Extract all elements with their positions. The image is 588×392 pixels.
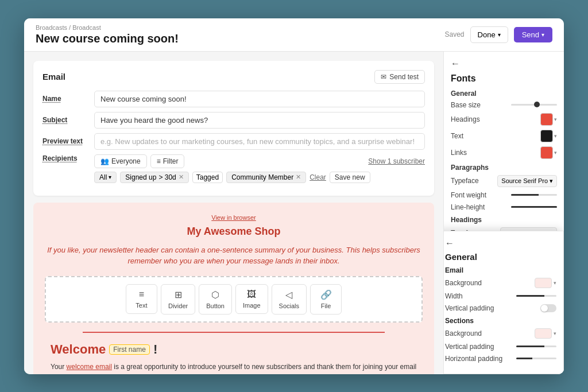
para-typeface-arrow: ▾ bbox=[550, 177, 553, 185]
para-lineheight-label: Line-height bbox=[451, 203, 485, 211]
divider-block-icon: ⊞ bbox=[175, 289, 182, 300]
gp-sections-vpadding-slider[interactable] bbox=[516, 346, 556, 347]
gp-width-label: Width bbox=[445, 292, 463, 300]
fonts-panel: ← Fonts General Base size Headings ▾ Tex… bbox=[443, 52, 564, 374]
send-button[interactable]: Send ▾ bbox=[514, 27, 552, 42]
gp-vpadding-toggle[interactable] bbox=[540, 304, 556, 312]
name-input[interactable] bbox=[94, 91, 425, 107]
send-chevron-icon: ▾ bbox=[541, 32, 544, 38]
block-socials[interactable]: ◁ Socials bbox=[272, 284, 307, 315]
all-chevron-icon: ▾ bbox=[109, 174, 111, 180]
headings-color-arrow: ▾ bbox=[554, 117, 557, 122]
gp-sections-bg-swatch[interactable] bbox=[535, 328, 552, 339]
everyone-icon: 👥 bbox=[100, 157, 109, 165]
gp-bg-arrow: ▾ bbox=[554, 280, 556, 286]
gp-background-control[interactable]: ▾ bbox=[535, 278, 556, 288]
welcome-email-link[interactable]: welcome email bbox=[67, 363, 112, 371]
signed-up-close-icon[interactable]: ✕ bbox=[179, 173, 184, 181]
preview-text-input[interactable] bbox=[94, 133, 425, 150]
headings-color-swatch[interactable] bbox=[540, 113, 553, 126]
community-close-icon[interactable]: ✕ bbox=[296, 173, 301, 181]
paragraphs-heading: Paragraphs bbox=[451, 164, 557, 172]
button-block-icon: ⬡ bbox=[211, 289, 219, 300]
gp-sections-bg-label: Background bbox=[445, 329, 482, 337]
general-section-heading: General bbox=[451, 90, 557, 98]
gp-width-row: Width bbox=[445, 292, 556, 300]
gp-sections-bg-control[interactable]: ▾ bbox=[535, 328, 556, 339]
links-color-arrow: ▾ bbox=[554, 150, 557, 156]
base-size-row: Base size bbox=[451, 101, 557, 109]
done-button[interactable]: Done ▾ bbox=[470, 26, 508, 43]
email-preview: View in browser My Awesome Shop If you l… bbox=[33, 203, 434, 374]
email-card-title: Email bbox=[42, 72, 65, 81]
gp-sections-vpadding-row: Vertical padding bbox=[445, 343, 556, 351]
para-typeface-row: Typeface Source Serif Pro ▾ bbox=[451, 175, 557, 187]
links-color-swatch[interactable] bbox=[540, 146, 553, 159]
block-text[interactable]: ≡ Text bbox=[126, 284, 157, 314]
gp-sections-bg-row: Background ▾ bbox=[445, 328, 556, 339]
done-chevron-icon: ▾ bbox=[498, 32, 501, 38]
gp-width-slider[interactable] bbox=[516, 295, 556, 297]
preview-divider bbox=[83, 332, 385, 333]
gp-background-swatch[interactable] bbox=[535, 278, 552, 288]
gp-vpadding-row: Vertical padding bbox=[445, 304, 556, 312]
welcome-line: Welcome First name ! bbox=[51, 342, 417, 357]
save-new-button[interactable]: Save new bbox=[330, 172, 370, 183]
header-left: Broadcasts / Broadcast New course coming… bbox=[36, 24, 179, 45]
welcome-word: Welcome bbox=[51, 342, 106, 357]
para-lineheight-slider[interactable] bbox=[511, 206, 557, 208]
tag-signed-up: Signed up > 30d ✕ bbox=[120, 172, 188, 183]
first-name-tag: First name bbox=[109, 344, 150, 355]
recipients-label: Recipients bbox=[42, 154, 88, 162]
links-color-control[interactable]: ▾ bbox=[540, 146, 557, 159]
socials-block-icon: ◁ bbox=[285, 289, 292, 300]
name-row: Name bbox=[42, 91, 425, 107]
para-fontweight-row: Font weight bbox=[451, 191, 557, 199]
text-color-arrow: ▾ bbox=[554, 133, 557, 139]
gp-background-row: Background ▾ bbox=[445, 278, 556, 288]
gp-sections-bg-arrow: ▾ bbox=[554, 331, 556, 336]
links-color-label: Links bbox=[451, 149, 467, 157]
breadcrumb: Broadcasts / Broadcast bbox=[36, 24, 179, 31]
gp-sections-hpadding-slider[interactable] bbox=[516, 358, 556, 359]
text-color-control[interactable]: ▾ bbox=[540, 130, 557, 142]
para-typeface-label: Typeface bbox=[451, 177, 479, 185]
fonts-back-button[interactable]: ← bbox=[451, 59, 460, 69]
text-color-swatch[interactable] bbox=[540, 130, 553, 142]
headings-color-control[interactable]: ▾ bbox=[540, 113, 557, 126]
para-fontweight-label: Font weight bbox=[451, 191, 486, 199]
intro-text: If you like, your newsletter header can … bbox=[45, 244, 423, 267]
block-button[interactable]: ⬡ Button bbox=[199, 284, 232, 315]
subject-input[interactable] bbox=[94, 112, 425, 129]
para-fontweight-slider[interactable] bbox=[511, 194, 557, 196]
filter-button[interactable]: ≡ Filter bbox=[150, 154, 185, 168]
clear-button[interactable]: Clear bbox=[310, 173, 326, 181]
recipients-left: 👥 Everyone ≡ Filter bbox=[94, 154, 184, 168]
saved-status: Saved bbox=[445, 30, 465, 38]
block-file[interactable]: 🔗 File bbox=[310, 284, 342, 315]
file-block-icon: 🔗 bbox=[320, 289, 332, 300]
base-size-slider[interactable] bbox=[511, 104, 557, 106]
email-card-header: Email ✉ Send test bbox=[42, 70, 425, 84]
image-block-icon: 🖼 bbox=[247, 289, 256, 300]
everyone-button[interactable]: 👥 Everyone bbox=[94, 154, 147, 168]
general-panel-back-button[interactable]: ← bbox=[445, 238, 454, 249]
send-test-button[interactable]: ✉ Send test bbox=[374, 70, 425, 84]
view-in-browser-link[interactable]: View in browser bbox=[45, 214, 423, 221]
name-label: Name bbox=[42, 95, 88, 103]
recipients-row: Recipients 👥 Everyone ≡ Filter bbox=[42, 154, 425, 183]
main-window: Broadcasts / Broadcast New course coming… bbox=[24, 18, 564, 374]
gp-sections-hpadding-label: Horizontal padding bbox=[445, 355, 502, 363]
block-divider[interactable]: ⊞ Divider bbox=[161, 284, 195, 315]
subject-row: Subject bbox=[42, 112, 425, 129]
welcome-section: Welcome First name ! Your welcome email … bbox=[45, 342, 423, 374]
headings-section-heading: Headings bbox=[451, 216, 557, 224]
fonts-panel-title: Fonts bbox=[451, 73, 557, 84]
block-image[interactable]: 🖼 Image bbox=[235, 284, 268, 314]
para-typeface-select[interactable]: Source Serif Pro ▾ bbox=[497, 175, 557, 187]
show-subscriber-link[interactable]: Show 1 subscriber bbox=[368, 157, 425, 165]
para-lineheight-row: Line-height bbox=[451, 203, 557, 211]
header-right: Saved Done ▾ Send ▾ bbox=[445, 26, 552, 43]
general-panel-title: General bbox=[445, 252, 556, 262]
tag-all[interactable]: All ▾ bbox=[94, 172, 117, 183]
